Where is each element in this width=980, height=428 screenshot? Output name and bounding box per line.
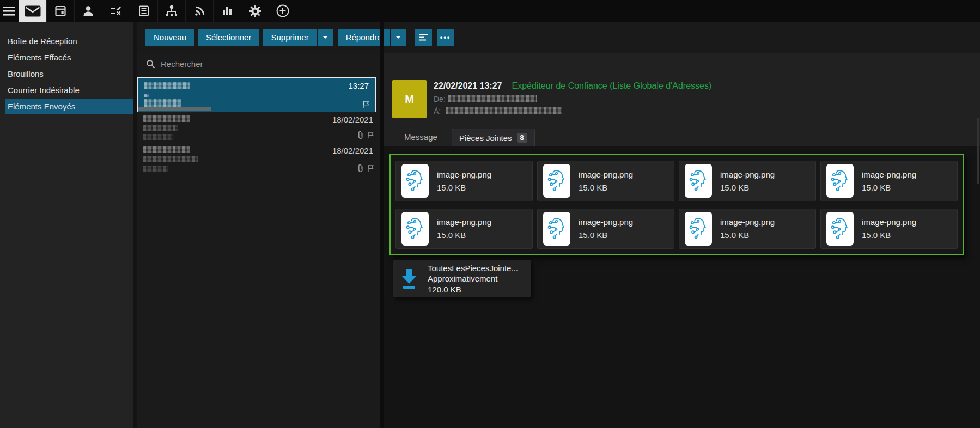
rss-icon — [193, 4, 206, 17]
email-list-item[interactable]: 18/02/2021 — [137, 112, 380, 143]
attachment-size: 15.0 KB — [720, 230, 775, 240]
attachment-name: image-png.png — [720, 217, 775, 227]
sort-button[interactable] — [415, 29, 432, 46]
paperclip-icon — [357, 164, 364, 173]
attachment-size: 15.0 KB — [862, 230, 916, 240]
attachment-size: 15.0 KB — [579, 230, 633, 240]
message-tabs: Message Pièces Jointes 8 — [399, 129, 535, 146]
flag-icon[interactable] — [367, 131, 374, 139]
file-thumbnail — [401, 212, 429, 246]
webmail-app: Boîte de Réception Eléments Effacés Brou… — [0, 0, 980, 428]
app-tab-tasks[interactable] — [102, 0, 130, 22]
delete-split-button: Supprimer — [263, 29, 333, 46]
more-button[interactable]: ••• — [437, 29, 454, 46]
select-button[interactable]: Sélectionner — [198, 29, 259, 46]
gear-icon — [248, 4, 262, 18]
redacted-sender — [143, 115, 190, 122]
ellipsis-icon: ••• — [440, 33, 451, 41]
file-thumbnail — [543, 164, 570, 198]
app-tab-settings[interactable] — [241, 0, 269, 22]
attachment-tile[interactable]: image-png.png15.0 KB — [820, 209, 958, 249]
folder-sidebar: Boîte de Réception Eléments Effacés Brou… — [0, 22, 133, 428]
download-icon — [399, 267, 419, 290]
menu-button[interactable] — [0, 0, 19, 22]
image-file-icon — [830, 216, 850, 241]
tasks-icon — [109, 4, 123, 17]
app-tab-mail[interactable] — [19, 0, 46, 22]
from-label: De: — [434, 95, 446, 103]
redacted-preview — [143, 166, 168, 172]
sidebar-item-drafts[interactable]: Brouillons — [0, 66, 133, 82]
file-thumbnail — [685, 164, 712, 198]
chevron-down-icon — [395, 36, 401, 41]
attachment-tile[interactable]: image-png.png15.0 KB — [679, 161, 816, 201]
attachment-name: image-png.png — [437, 170, 491, 179]
image-file-icon — [405, 168, 425, 193]
sidebar-item-junk[interactable]: Courrier Indésirable — [0, 82, 133, 98]
attachment-size: 15.0 KB — [720, 183, 775, 192]
flag-icon[interactable] — [367, 164, 374, 172]
folder-label: Brouillons — [8, 69, 44, 78]
pane-divider — [380, 22, 384, 428]
redacted-sender — [144, 82, 190, 89]
attachment-tile[interactable]: image-png.png15.0 KB — [537, 209, 674, 249]
attachment-name: image-png.png — [720, 170, 775, 179]
app-tab-contacts[interactable] — [74, 0, 102, 22]
new-button[interactable]: Nouveau — [145, 29, 194, 46]
search-input[interactable] — [161, 59, 340, 69]
message-header: M 22/02/2021 13:27 Expéditeur de Confian… — [384, 53, 980, 146]
email-list-pane: 13:27 18/02/2021 18/02/2021 — [137, 53, 380, 428]
sidebar-item-sent[interactable]: Eléments Envoyés — [5, 99, 133, 114]
attachment-size: 15.0 KB — [862, 183, 916, 192]
attachments-grid: image-png.png15.0 KB image-png.png15.0 K… — [389, 154, 964, 255]
app-tab-add[interactable] — [269, 0, 296, 22]
calendar-icon — [54, 4, 67, 17]
trusted-sender-link[interactable]: Expéditeur de Confiance (Liste Globale d… — [512, 81, 711, 91]
attachments-count-badge: 8 — [517, 133, 527, 143]
reading-pane: M 22/02/2021 13:27 Expéditeur de Confian… — [384, 53, 980, 428]
reply-dropdown-button[interactable] — [391, 29, 406, 46]
file-thumbnail — [685, 212, 712, 246]
image-file-icon — [547, 168, 567, 193]
email-list-item-selected[interactable]: 13:27 — [137, 77, 376, 112]
attachment-tile[interactable]: image-png.png15.0 KB — [679, 209, 816, 249]
attachments-panel: image-png.png15.0 KB image-png.png15.0 K… — [384, 146, 980, 428]
image-file-icon — [689, 168, 708, 193]
app-tab-orgchart[interactable] — [157, 0, 185, 22]
app-tab-notes[interactable] — [130, 0, 157, 22]
folder-label: Eléments Envoyés — [8, 102, 75, 111]
app-tab-calendar[interactable] — [46, 0, 74, 22]
download-all-size: Approximativement 120.0 KB — [428, 274, 497, 294]
download-all-attachments-tile[interactable]: ToutesLesPiecesJointe... Approximativeme… — [393, 260, 531, 297]
redacted-from-address — [448, 95, 537, 102]
mail-icon — [25, 5, 41, 17]
email-list-item[interactable]: 18/02/2021 — [137, 143, 380, 176]
attachment-tile[interactable]: image-png.png15.0 KB — [395, 161, 533, 201]
attachment-tile[interactable]: image-png.png15.0 KB — [820, 161, 958, 201]
reading-pane-scrollbar-thumb[interactable] — [977, 118, 979, 184]
flag-icon[interactable] — [363, 101, 370, 108]
tab-attachments[interactable]: Pièces Jointes 8 — [452, 129, 535, 146]
redacted-subject — [143, 125, 178, 131]
app-tab-rss[interactable] — [185, 0, 213, 22]
redacted-footer-bar — [138, 107, 211, 111]
delete-dropdown-button[interactable] — [318, 29, 333, 46]
tab-message[interactable]: Message — [399, 132, 443, 146]
redacted-to-address — [446, 107, 562, 114]
download-all-name: ToutesLesPiecesJointe... — [428, 264, 518, 273]
paperclip-icon — [357, 131, 364, 139]
mail-toolbar: Nouveau Sélectionner Supprimer Répondre … — [137, 22, 980, 53]
attachment-tile[interactable]: image-png.png15.0 KB — [537, 161, 674, 201]
orgchart-icon — [165, 4, 179, 17]
sidebar-item-inbox[interactable]: Boîte de Réception — [0, 33, 133, 49]
redacted-sender — [143, 146, 190, 153]
redacted-subject — [143, 156, 198, 162]
sidebar-item-deleted[interactable]: Eléments Effacés — [0, 50, 133, 65]
email-date: 18/02/2021 — [332, 146, 373, 155]
redacted-preview — [143, 134, 173, 140]
app-tab-stats[interactable] — [213, 0, 241, 22]
sort-icon — [418, 33, 428, 41]
delete-button[interactable]: Supprimer — [263, 29, 316, 46]
attachment-tile[interactable]: image-png.png15.0 KB — [395, 209, 533, 249]
file-thumbnail — [543, 212, 570, 246]
